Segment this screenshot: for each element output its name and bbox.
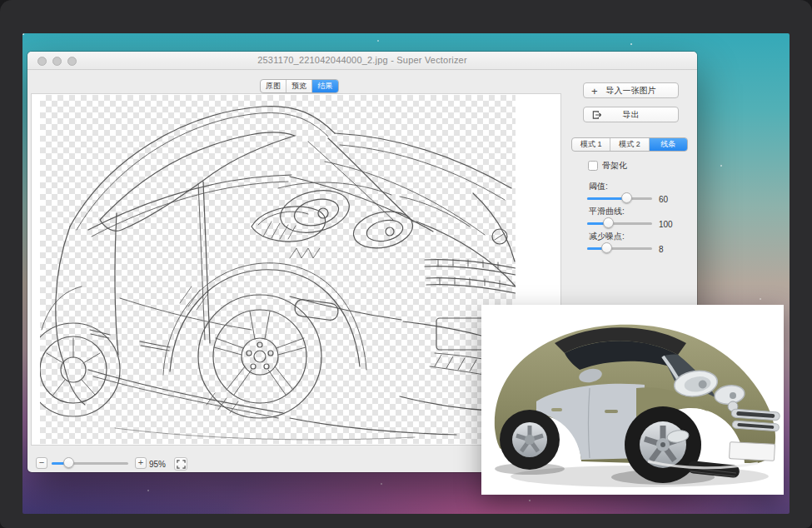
plus-icon: + bbox=[591, 85, 598, 96]
threshold-slider[interactable] bbox=[587, 192, 652, 204]
zoom-out-button[interactable]: − bbox=[36, 457, 47, 469]
desktop-wallpaper: 2531170_221042044000_2.jpg - Super Vecto… bbox=[22, 33, 790, 514]
skeletonize-checkbox[interactable] bbox=[588, 161, 598, 171]
car-line-art bbox=[40, 95, 516, 444]
display-frame: 2531170_221042044000_2.jpg - Super Vecto… bbox=[0, 0, 812, 528]
reduce-noise-label: 减少噪点: bbox=[589, 231, 625, 242]
title-bar[interactable]: 2531170_221042044000_2.jpg - Super Vecto… bbox=[27, 52, 697, 70]
threshold-value: 60 bbox=[659, 195, 668, 204]
vectorized-result-canvas[interactable] bbox=[40, 95, 516, 444]
car-photo bbox=[481, 305, 784, 495]
smooth-curve-value: 100 bbox=[659, 220, 673, 229]
tab-result[interactable]: 结果 bbox=[312, 80, 338, 92]
tab-original[interactable]: 原图 bbox=[261, 80, 286, 92]
zoom-level-readout: 95% bbox=[149, 460, 166, 469]
fit-to-screen-icon bbox=[177, 460, 186, 469]
window-title: 2531170_221042044000_2.jpg - Super Vecto… bbox=[27, 55, 697, 65]
canvas-zoom-slider[interactable] bbox=[52, 457, 128, 469]
reduce-noise-value: 8 bbox=[659, 245, 664, 254]
mode-2-segment[interactable]: 模式 2 bbox=[610, 138, 649, 151]
zoom-in-button[interactable]: + bbox=[135, 457, 147, 469]
import-button-label: 导入一张图片 bbox=[606, 85, 656, 97]
skeletonize-label: 骨架化 bbox=[602, 160, 627, 172]
export-button[interactable]: 导出 bbox=[583, 107, 679, 122]
original-photo-overlay bbox=[481, 305, 784, 495]
slider-thumb[interactable] bbox=[63, 457, 74, 468]
slider-thumb[interactable] bbox=[621, 192, 632, 203]
threshold-label: 阈值: bbox=[589, 181, 608, 192]
reduce-noise-slider[interactable] bbox=[587, 242, 652, 254]
smooth-curve-label: 平滑曲线: bbox=[589, 206, 625, 217]
slider-thumb[interactable] bbox=[603, 217, 614, 228]
import-image-button[interactable]: + 导入一张图片 bbox=[583, 82, 679, 98]
mode-1-segment[interactable]: 模式 1 bbox=[572, 138, 610, 151]
skeletonize-row: 骨架化 bbox=[588, 160, 627, 172]
mode-segmented-control: 模式 1 模式 2 线条 bbox=[571, 137, 688, 152]
tab-preview[interactable]: 预览 bbox=[286, 80, 312, 92]
fit-to-screen-button[interactable] bbox=[174, 457, 187, 471]
export-button-label: 导出 bbox=[623, 109, 640, 121]
export-arrow-icon bbox=[591, 109, 602, 120]
line-mode-segment[interactable]: 线条 bbox=[650, 138, 687, 151]
smooth-curve-slider[interactable] bbox=[587, 217, 652, 229]
slider-thumb[interactable] bbox=[601, 242, 612, 253]
view-tabs: 原图 预览 结果 bbox=[260, 79, 339, 93]
slider-fill bbox=[587, 197, 626, 200]
